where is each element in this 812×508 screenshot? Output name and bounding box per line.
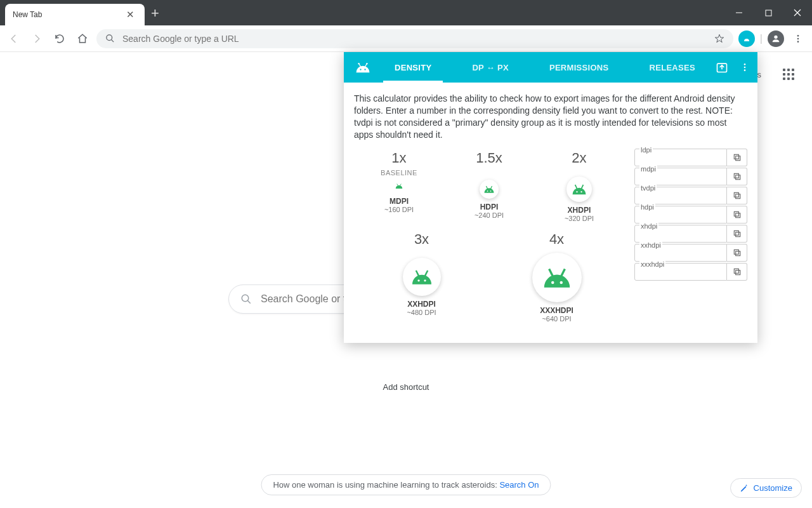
- svg-point-4: [107, 35, 112, 41]
- android-icon: [566, 177, 592, 202]
- density-fields: ldpi mdpi tvdpi hdpi: [634, 146, 747, 328]
- svg-line-11: [247, 300, 251, 304]
- browser-menu-button[interactable]: [789, 30, 807, 48]
- svg-line-5: [111, 39, 114, 42]
- copy-icon: [733, 248, 742, 257]
- extension-popup: DENSITY DP ↔ PX PERMISSIONS RELEASES Thi…: [344, 52, 757, 343]
- svg-rect-44: [735, 194, 740, 198]
- copy-mdpi-button[interactable]: [727, 168, 747, 185]
- svg-line-29: [581, 185, 583, 189]
- android-icon: [480, 180, 499, 199]
- omnibox[interactable]: [96, 29, 733, 48]
- add-shortcut-button[interactable]: Add shortcut: [383, 382, 429, 392]
- window-minimize-button[interactable]: [724, 0, 754, 25]
- density-xhdpi: 2x XHDPI ~320 DPI: [534, 146, 624, 227]
- tab-title: New Tab: [13, 10, 124, 19]
- svg-point-7: [797, 35, 799, 37]
- svg-point-9: [797, 41, 799, 43]
- svg-point-19: [744, 64, 746, 65]
- android-icon: [392, 179, 406, 193]
- copy-icon: [733, 210, 742, 219]
- home-button[interactable]: [74, 30, 91, 48]
- svg-rect-47: [734, 211, 738, 216]
- extension-button[interactable]: [738, 30, 755, 47]
- new-tab-button[interactable]: +: [151, 5, 159, 22]
- svg-line-22: [397, 184, 398, 185]
- tab-density[interactable]: DENSITY: [391, 52, 435, 83]
- svg-point-38: [551, 281, 554, 284]
- android-logo-icon: [351, 61, 374, 74]
- svg-rect-46: [735, 213, 740, 217]
- density-xxhdpi: 3x XXHDPI ~480 DPI: [354, 227, 489, 328]
- density-xxxhdpi: 4x XXXHDPI ~640 DPI: [489, 227, 624, 328]
- open-in-new-icon[interactable]: [716, 61, 728, 74]
- close-tab-icon[interactable]: ✕: [124, 9, 137, 20]
- copy-icon: [733, 191, 742, 200]
- svg-rect-1: [766, 10, 771, 16]
- svg-rect-49: [734, 231, 738, 235]
- pencil-icon: [740, 484, 749, 493]
- tab-releases[interactable]: RELEASES: [646, 52, 699, 83]
- density-mdpi: 1x BASELINE MDPI ~160 DPI: [354, 146, 444, 227]
- copy-icon: [733, 229, 742, 238]
- svg-line-32: [416, 271, 418, 276]
- svg-rect-42: [735, 175, 740, 179]
- window-maximize-button[interactable]: [754, 0, 783, 25]
- svg-point-30: [576, 190, 577, 192]
- copy-xxhdpi-button[interactable]: [727, 244, 747, 262]
- android-icon: [532, 253, 582, 302]
- copy-xxxhdpi-button[interactable]: [727, 263, 747, 281]
- svg-line-23: [400, 184, 401, 185]
- svg-point-27: [490, 190, 492, 192]
- svg-line-33: [425, 271, 428, 276]
- forward-button[interactable]: [28, 30, 46, 48]
- copy-hdpi-button[interactable]: [727, 206, 747, 224]
- copy-icon: [733, 267, 742, 276]
- window-titlebar: New Tab ✕ +: [0, 0, 812, 25]
- new-tab-page: ges Add shortcut How one woman is using …: [0, 52, 812, 508]
- window-close-button[interactable]: [783, 0, 812, 25]
- copy-ldpi-button[interactable]: [727, 149, 747, 166]
- browser-tab[interactable]: New Tab ✕: [5, 4, 145, 25]
- reload-button[interactable]: [51, 30, 69, 48]
- svg-point-10: [242, 295, 249, 302]
- svg-point-39: [560, 281, 563, 284]
- search-icon: [105, 34, 115, 43]
- tab-dp-px[interactable]: DP ↔ PX: [468, 52, 513, 83]
- omnibox-input[interactable]: [122, 34, 707, 44]
- density-hdpi: 1.5x HDPI ~240 DPI: [444, 146, 534, 227]
- svg-line-24: [486, 186, 487, 189]
- popup-menu-icon[interactable]: [740, 62, 750, 73]
- svg-point-20: [744, 67, 746, 69]
- popup-toolbar: DENSITY DP ↔ PX PERMISSIONS RELEASES: [344, 52, 757, 83]
- search-icon: [240, 293, 252, 305]
- svg-line-36: [549, 269, 553, 276]
- description-text: This calculator provides the ability to …: [354, 93, 747, 141]
- svg-rect-45: [734, 192, 738, 197]
- star-icon[interactable]: [714, 34, 724, 44]
- svg-point-31: [580, 190, 582, 192]
- svg-rect-51: [734, 250, 738, 254]
- profile-button[interactable]: [768, 30, 784, 47]
- svg-rect-43: [734, 173, 738, 178]
- svg-point-6: [774, 35, 777, 38]
- promo-link[interactable]: Search On: [499, 480, 539, 490]
- promo-text: How one woman is using machine learning …: [273, 480, 499, 490]
- svg-rect-48: [735, 232, 740, 236]
- svg-line-28: [575, 185, 577, 189]
- svg-line-15: [365, 64, 367, 67]
- browser-toolbar: |: [0, 25, 812, 52]
- promo-bar: How one woman is using machine learning …: [261, 474, 551, 495]
- customize-button[interactable]: Customize: [730, 478, 802, 498]
- copy-xhdpi-button[interactable]: [727, 225, 747, 243]
- svg-rect-41: [734, 154, 738, 159]
- copy-icon: [733, 153, 742, 162]
- copy-tvdpi-button[interactable]: [727, 187, 747, 204]
- android-icon: [403, 258, 441, 296]
- svg-point-17: [364, 69, 365, 70]
- back-button[interactable]: [5, 30, 23, 48]
- svg-line-25: [490, 186, 492, 189]
- apps-grid-icon[interactable]: [783, 69, 794, 80]
- tab-permissions[interactable]: PERMISSIONS: [546, 52, 613, 83]
- svg-rect-53: [734, 269, 738, 273]
